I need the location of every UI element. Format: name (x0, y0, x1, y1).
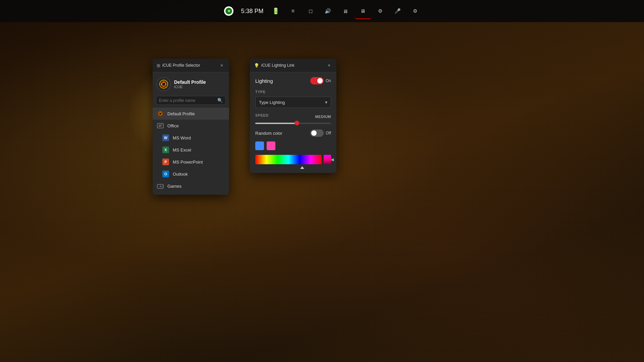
taskbar-gear-icon[interactable]: ⚙ (407, 3, 423, 19)
monitor-icon: 🖥 (360, 8, 365, 14)
type-dropdown[interactable]: Type Lighting ▾ (255, 97, 331, 108)
excel-app-icon: X (162, 146, 169, 154)
list-item-powerpoint[interactable]: P MS PowerPoint (153, 156, 229, 168)
color-swatch-pink[interactable] (267, 141, 275, 150)
profile-selector-title-group: ⊞ iCUE Profile Selector (157, 63, 200, 68)
taskbar: ✕ 5:38 PM 🔋 ≡ ◻ 🔊 🖥 🖥 ⚙ (0, 0, 644, 22)
profile-search-bar[interactable]: 🔍 (156, 96, 226, 105)
taskbar-camera-icon[interactable]: ◻ (303, 3, 319, 19)
svg-rect-13 (159, 126, 161, 127)
games-icon (157, 182, 164, 190)
search-icon: 🔍 (217, 98, 223, 103)
lighting-toggle-row: Lighting On (255, 77, 331, 84)
random-color-label: Random color (255, 131, 282, 136)
profile-sub-label: iCUE (174, 85, 206, 89)
speed-slider-thumb[interactable] (294, 121, 299, 125)
word-app-icon: W (162, 134, 169, 141)
color-swatch-blue[interactable] (255, 141, 264, 150)
profile-list: Default Profile Office W MS Word X (153, 108, 229, 195)
default-profile-label: Default Profile (167, 111, 195, 116)
powerpoint-label: MS PowerPoint (173, 160, 203, 165)
office-icon (157, 122, 164, 129)
color-picker-arrow-icon: ◀ (331, 157, 334, 162)
speed-label: SPEED (255, 113, 269, 117)
time-display: 5:38 PM (241, 8, 263, 15)
list-item-office[interactable]: Office (153, 120, 229, 132)
taskbar-menu-icon[interactable]: ≡ (285, 3, 301, 19)
random-color-toggle[interactable] (310, 129, 324, 137)
random-off-text: Off (326, 131, 331, 135)
color-spectrum-bar[interactable] (255, 155, 322, 164)
profile-selector-close-button[interactable]: × (218, 62, 225, 69)
type-section-label: TYPE (255, 90, 331, 94)
speed-slider-fill (255, 123, 299, 124)
background (0, 0, 644, 362)
taskbar-mic-icon[interactable]: 🎤 (390, 3, 406, 19)
random-color-row: Random color Off (255, 129, 331, 137)
camera-icon: ◻ (309, 8, 313, 14)
profile-selector-title: iCUE Profile Selector (162, 63, 200, 68)
taskbar-xbox-button[interactable]: ✕ (221, 3, 237, 19)
battery-icon: 🔋 (272, 7, 279, 15)
lighting-link-title-group: 💡 iCUE Lighting Link (254, 63, 294, 68)
word-label: MS Word (173, 135, 191, 140)
list-item-excel[interactable]: X MS Excel (153, 144, 229, 156)
menu-icon: ≡ (291, 8, 294, 14)
default-profile-icon (157, 110, 164, 117)
list-item-outlook[interactable]: O Outlook (153, 168, 229, 180)
svg-point-18 (162, 186, 162, 187)
outlook-app-icon: O (162, 170, 169, 178)
color-bar-wrapper: ◀ (255, 155, 331, 164)
chevron-down-icon: ▾ (325, 100, 327, 105)
color-picker-right[interactable]: ◀ (324, 155, 331, 164)
taskbar-monitor-icon[interactable]: 🖥 (355, 3, 371, 19)
speed-header: SPEED MEDIUM (255, 113, 331, 120)
excel-label: MS Excel (173, 147, 191, 153)
taskbar-display-icon[interactable]: 🖥 (337, 3, 354, 19)
lighting-link-close-button[interactable]: × (326, 62, 332, 69)
lighting-toggle-container: On (310, 77, 331, 84)
office-label: Office (167, 123, 179, 128)
list-item-default[interactable]: Default Profile (153, 108, 229, 120)
profile-avatar (157, 77, 171, 91)
speed-slider-track[interactable] (255, 123, 331, 124)
icue-logo-icon (158, 78, 169, 90)
svg-rect-11 (157, 123, 163, 128)
lighting-toggle-knob (317, 78, 323, 83)
list-item-games[interactable]: Games (153, 180, 229, 192)
taskbar-settings2-icon[interactable]: ⚙ (372, 3, 388, 19)
games-label: Games (167, 184, 181, 189)
taskbar-time: 5:38 PM (238, 8, 266, 15)
random-toggle-knob (311, 130, 317, 136)
svg-point-17 (162, 186, 162, 186)
lighting-link-window: 💡 iCUE Lighting Link × Lighting On TYPE … (250, 59, 336, 173)
profile-search-input[interactable] (159, 98, 217, 103)
profile-selector-window-icon: ⊞ (157, 63, 160, 68)
lighting-toggle[interactable] (310, 77, 324, 84)
list-item-word[interactable]: W MS Word (153, 132, 229, 144)
svg-rect-12 (159, 125, 162, 125)
lighting-on-text: On (326, 78, 331, 83)
settings2-icon: ⚙ (378, 8, 382, 14)
lighting-link-titlebar: 💡 iCUE Lighting Link × (250, 59, 336, 72)
random-toggle-container: Off (310, 129, 331, 137)
taskbar-volume-icon[interactable]: 🔊 (320, 3, 336, 19)
profile-selector-window: ⊞ iCUE Profile Selector × Default Profil… (153, 59, 229, 195)
profile-display-name: Default Profile (174, 79, 206, 85)
lighting-link-title: iCUE Lighting Link (261, 63, 294, 68)
gear-icon: ⚙ (413, 8, 417, 14)
lighting-body: Lighting On TYPE Type Lighting ▾ SPEED M… (250, 72, 336, 173)
speed-section: SPEED MEDIUM (255, 113, 331, 124)
profile-info: Default Profile iCUE (174, 79, 206, 89)
lighting-label: Lighting (255, 78, 273, 84)
taskbar-battery-icon[interactable]: 🔋 (268, 3, 284, 19)
ppt-app-icon: P (162, 158, 169, 166)
speed-value-label: MEDIUM (315, 115, 331, 119)
profile-header: Default Profile iCUE (153, 72, 229, 96)
display-icon: 🖥 (343, 8, 348, 14)
type-dropdown-value: Type Lighting (259, 100, 285, 105)
outlook-label: Outlook (173, 172, 188, 177)
color-picker-container: ◀ (255, 155, 331, 167)
color-bar-indicator (300, 166, 304, 169)
color-swatches (255, 141, 331, 150)
